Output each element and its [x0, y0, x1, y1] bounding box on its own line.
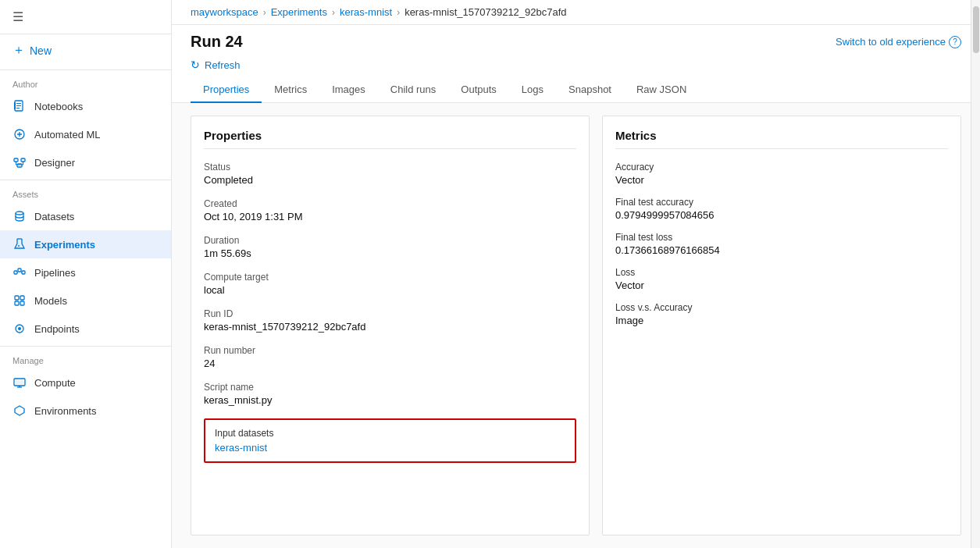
metric-accuracy-value: Vector — [615, 174, 948, 186]
metric-final-test-accuracy: Final test accuracy 0.9794999957084656 — [615, 197, 948, 221]
section-assets-label: Assets — [0, 183, 171, 202]
prop-run-id-value: keras-mnist_1570739212_92bc7afd — [204, 321, 576, 333]
tab-raw-json[interactable]: Raw JSON — [624, 77, 699, 103]
sidebar-item-compute[interactable]: Compute — [0, 368, 171, 397]
refresh-icon: ↻ — [191, 59, 200, 71]
hamburger-icon[interactable]: ☰ — [12, 9, 23, 24]
page-title: Run 24 — [191, 33, 243, 51]
metric-final-test-loss-label: Final test loss — [615, 232, 948, 243]
sidebar-item-experiments[interactable]: Experiments — [0, 230, 171, 258]
prop-duration: Duration 1m 55.69s — [204, 235, 576, 259]
metric-accuracy: Accuracy Vector — [615, 162, 948, 186]
sidebar-endpoints-label: Endpoints — [34, 323, 80, 335]
sidebar-datasets-label: Datasets — [34, 211, 74, 222]
header-row: Run 24 Switch to old experience ? — [172, 25, 980, 55]
content-area: Properties Status Completed Created Oct … — [172, 103, 980, 548]
metric-loss-value: Vector — [615, 279, 948, 291]
prop-run-id: Run ID keras-mnist_1570739212_92bc7afd — [204, 308, 576, 333]
breadcrumb-workspace[interactable]: mayworkspace — [191, 6, 258, 18]
sidebar-item-pipelines[interactable]: Pipelines — [0, 258, 171, 286]
automated-icon — [12, 127, 27, 141]
sidebar-designer-label: Designer — [34, 157, 75, 169]
svg-point-13 — [16, 212, 23, 215]
prop-run-id-label: Run ID — [204, 308, 576, 319]
prop-status-value: Completed — [204, 174, 576, 186]
environments-icon — [12, 404, 27, 418]
divider-manage — [0, 346, 171, 347]
input-datasets-label: Input datasets — [215, 428, 565, 439]
datasets-icon — [12, 209, 27, 223]
prop-run-number-value: 24 — [204, 358, 576, 369]
section-author-label: Author — [0, 73, 171, 92]
metric-final-test-accuracy-value: 0.9794999957084656 — [615, 209, 948, 221]
sidebar-item-automated-ml[interactable]: Automated ML — [0, 120, 171, 148]
models-icon — [12, 294, 27, 308]
sidebar-notebooks-label: Notebooks — [34, 101, 83, 112]
svg-rect-22 — [20, 296, 24, 300]
input-datasets-box: Input datasets keras-mnist — [204, 418, 576, 463]
new-label: New — [30, 44, 52, 57]
tab-logs[interactable]: Logs — [509, 77, 556, 103]
notebook-icon — [12, 99, 27, 113]
prop-run-number: Run number 24 — [204, 345, 576, 369]
prop-created-value: Oct 10, 2019 1:31 PM — [204, 211, 576, 222]
svg-rect-7 — [21, 158, 25, 162]
svg-rect-2 — [16, 105, 21, 106]
sidebar-top: ☰ — [0, 0, 171, 34]
svg-point-26 — [18, 327, 21, 330]
tab-snapshot[interactable]: Snapshot — [556, 77, 624, 103]
sidebar-item-models[interactable]: Models — [0, 286, 171, 315]
metrics-panel-title: Metrics — [615, 129, 948, 149]
metric-final-test-loss-value: 0.17366168976166854 — [615, 244, 948, 256]
svg-rect-1 — [16, 103, 21, 104]
tab-outputs[interactable]: Outputs — [448, 77, 509, 103]
prop-compute-target-value: local — [204, 284, 576, 296]
experiments-icon — [12, 237, 27, 251]
metric-loss-vs-accuracy: Loss v.s. Accuracy Image — [615, 302, 948, 326]
new-button[interactable]: ＋ New — [0, 34, 171, 66]
breadcrumb-run-id: keras-mnist_1570739212_92bc7afd — [404, 6, 566, 18]
metric-final-test-loss: Final test loss 0.17366168976166854 — [615, 232, 948, 256]
divider-author — [0, 69, 171, 70]
svg-rect-21 — [15, 296, 19, 300]
metric-loss: Loss Vector — [615, 267, 948, 291]
tab-metrics[interactable]: Metrics — [262, 77, 319, 103]
info-icon: ? — [949, 36, 961, 48]
refresh-button[interactable]: ↻ Refresh — [191, 59, 241, 71]
sidebar-pipelines-label: Pipelines — [34, 267, 76, 279]
svg-point-15 — [18, 245, 20, 247]
svg-rect-23 — [15, 301, 19, 305]
scrollbar[interactable] — [971, 0, 980, 548]
prop-compute-target: Compute target local — [204, 272, 576, 296]
plus-icon: ＋ — [12, 42, 25, 59]
refresh-row: ↻ Refresh — [172, 55, 980, 77]
tab-child-runs[interactable]: Child runs — [378, 77, 449, 103]
divider-assets — [0, 180, 171, 180]
metric-final-test-accuracy-label: Final test accuracy — [615, 197, 948, 208]
sidebar-environments-label: Environments — [34, 405, 96, 417]
sidebar-item-notebooks[interactable]: Notebooks — [0, 92, 171, 120]
metric-loss-vs-accuracy-label: Loss v.s. Accuracy — [615, 302, 948, 313]
breadcrumb-sep-1: › — [263, 7, 266, 18]
sidebar-item-datasets[interactable]: Datasets — [0, 202, 171, 230]
pipelines-icon — [12, 265, 27, 279]
tab-properties[interactable]: Properties — [191, 77, 262, 103]
prop-created-label: Created — [204, 198, 576, 209]
sidebar-item-endpoints[interactable]: Endpoints — [0, 315, 171, 343]
breadcrumb-keras-mnist[interactable]: keras-mnist — [340, 6, 392, 18]
svg-rect-3 — [16, 108, 20, 109]
breadcrumb-experiments[interactable]: Experiments — [271, 6, 327, 18]
sidebar-item-environments[interactable]: Environments — [0, 397, 171, 425]
sidebar-item-designer[interactable]: Designer — [0, 148, 171, 176]
prop-script-name-label: Script name — [204, 382, 576, 393]
input-datasets-link[interactable]: keras-mnist — [215, 442, 267, 454]
breadcrumb-sep-3: › — [397, 7, 400, 18]
sidebar-experiments-label: Experiments — [34, 239, 95, 251]
prop-duration-value: 1m 55.69s — [204, 247, 576, 259]
switch-experience-link[interactable]: Switch to old experience ? — [836, 36, 961, 48]
tab-images[interactable]: Images — [319, 77, 378, 103]
metric-loss-label: Loss — [615, 267, 948, 278]
switch-label: Switch to old experience — [836, 36, 946, 48]
sidebar-compute-label: Compute — [34, 377, 76, 389]
svg-rect-30 — [16, 380, 23, 384]
